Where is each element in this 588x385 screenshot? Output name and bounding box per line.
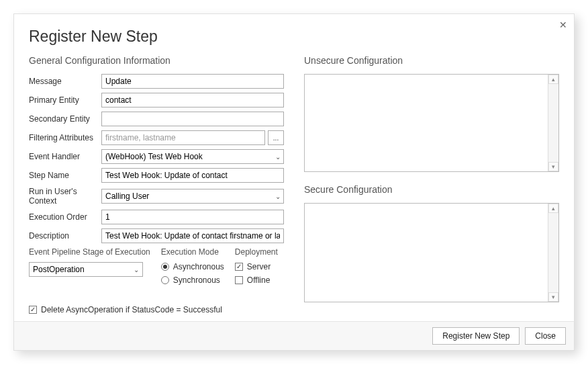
filtering-attributes-ellipsis-button[interactable]: ... [268, 130, 284, 145]
execution-order-input[interactable] [101, 210, 284, 224]
checkbox-icon [235, 276, 243, 284]
run-in-context-label: Run in User's Context [29, 187, 101, 206]
async-radio[interactable]: Asynchronous [161, 262, 224, 271]
event-handler-select[interactable]: (WebHook) Test Web Hook ⌄ [101, 149, 284, 164]
scroll-up-icon[interactable]: ▴ [548, 75, 558, 84]
register-new-step-button[interactable]: Register New Step [432, 327, 520, 345]
primary-entity-input[interactable] [101, 93, 284, 108]
description-input[interactable] [101, 228, 284, 243]
dialog-footer: Register New Step Close [14, 321, 574, 350]
execution-mode-heading: Execution Mode [161, 247, 224, 257]
dialog-title: Register New Step [29, 28, 559, 46]
secondary-entity-input[interactable] [101, 112, 284, 126]
event-handler-label: Event Handler [29, 152, 101, 161]
stage-select[interactable]: PostOperation ⌄ [29, 262, 143, 277]
radio-icon [161, 276, 169, 284]
run-in-context-select[interactable]: Calling User ⌄ [101, 189, 284, 204]
scroll-down-icon[interactable]: ▾ [548, 162, 558, 171]
unsecure-config-textarea[interactable]: ▴ ▾ [304, 74, 559, 172]
primary-entity-label: Primary Entity [29, 95, 101, 105]
general-config-heading: General Configuration Information [29, 55, 284, 66]
stage-heading: Event Pipeline Stage of Execution [29, 247, 150, 257]
scroll-down-icon[interactable]: ▾ [548, 292, 558, 302]
register-new-step-dialog: ✕ Register New Step General Configuratio… [13, 13, 575, 351]
secure-config-heading: Secure Configuration [304, 184, 559, 195]
checkbox-icon [29, 306, 37, 314]
step-name-label: Step Name [29, 171, 101, 180]
filtering-attributes-label: Filtering Attributes [29, 133, 101, 142]
message-input[interactable] [101, 74, 284, 89]
chevron-down-icon: ⌄ [134, 266, 139, 273]
step-name-input[interactable] [101, 168, 284, 183]
unsecure-config-heading: Unsecure Configuration [304, 55, 559, 66]
deployment-heading: Deployment [235, 247, 278, 257]
execution-order-label: Execution Order [29, 212, 101, 222]
server-checkbox[interactable]: Server [235, 262, 278, 271]
secure-config-textarea[interactable]: ▴ ▾ [304, 203, 559, 302]
description-label: Description [29, 231, 101, 241]
sync-radio[interactable]: Synchronous [161, 275, 224, 285]
filtering-attributes-input[interactable] [101, 130, 265, 145]
scroll-up-icon[interactable]: ▴ [548, 204, 558, 213]
secondary-entity-label: Secondary Entity [29, 114, 101, 124]
radio-icon [161, 263, 169, 271]
close-button[interactable]: Close [525, 327, 566, 345]
offline-checkbox[interactable]: Offline [235, 275, 278, 285]
checkbox-icon [235, 263, 243, 271]
delete-async-checkbox[interactable]: Delete AsyncOperation if StatusCode = Su… [29, 305, 284, 314]
close-icon[interactable]: ✕ [559, 19, 567, 30]
message-label: Message [29, 77, 101, 86]
